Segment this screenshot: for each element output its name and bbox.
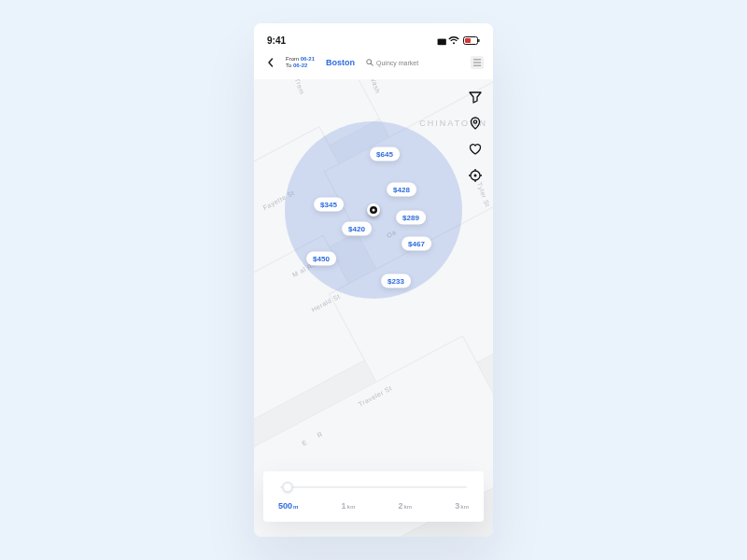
slider-thumb[interactable]	[282, 482, 293, 493]
date-range[interactable]: From 06-21 To 06-22	[282, 56, 318, 69]
location-pin-button[interactable]	[467, 115, 484, 132]
price-marker[interactable]: $428	[387, 183, 416, 197]
search-input[interactable]: Quincy market	[362, 55, 467, 70]
svg-line-4	[371, 63, 373, 65]
list-view-button[interactable]	[471, 56, 484, 69]
radius-option[interactable]: 2km	[398, 501, 412, 511]
status-icons	[437, 35, 480, 46]
battery-icon	[463, 36, 480, 45]
radius-option[interactable]: 3km	[455, 501, 469, 511]
status-bar: 9:41	[254, 23, 493, 49]
price-marker[interactable]: $289	[396, 211, 426, 225]
price-marker[interactable]: $233	[381, 274, 411, 288]
svg-point-10	[474, 175, 477, 177]
price-marker[interactable]: $345	[314, 198, 344, 212]
map-controls	[467, 89, 484, 184]
svg-rect-2	[478, 39, 479, 42]
radius-slider[interactable]	[280, 486, 467, 488]
radius-option[interactable]: 1km	[342, 501, 356, 511]
price-marker[interactable]: $420	[342, 222, 372, 236]
radius-ticks: 500m1km2km3km	[276, 501, 471, 511]
search-query: Quincy market	[376, 60, 418, 66]
map-canvas[interactable]: Trem Wash CHINATOWN Tyler St Fayette St …	[254, 79, 493, 537]
price-marker[interactable]: $645	[370, 147, 400, 161]
status-time: 9:41	[267, 35, 286, 46]
back-button[interactable]	[263, 55, 278, 70]
svg-rect-7	[473, 65, 481, 66]
svg-point-8	[473, 120, 476, 123]
locate-me-button[interactable]	[467, 167, 484, 184]
cellular-icon	[437, 35, 444, 46]
svg-rect-5	[473, 59, 481, 60]
radius-panel: 500m1km2km3km	[263, 471, 484, 522]
radius-option[interactable]: 500m	[278, 501, 298, 511]
wifi-icon	[448, 36, 459, 45]
center-pin[interactable]	[367, 203, 380, 217]
favorite-button[interactable]	[467, 141, 484, 158]
price-marker[interactable]: $467	[402, 237, 431, 251]
svg-rect-6	[473, 62, 481, 63]
search-icon	[366, 59, 374, 66]
city-selector[interactable]: Boston	[322, 58, 359, 67]
search-bar: From 06-21 To 06-22 Boston Quincy market	[254, 49, 493, 79]
filter-button[interactable]	[467, 89, 484, 105]
svg-rect-1	[465, 38, 471, 43]
phone-frame: 9:41 From 06-21 To 06-22 Boston Quincy m…	[254, 23, 493, 537]
price-marker[interactable]: $450	[306, 252, 336, 266]
